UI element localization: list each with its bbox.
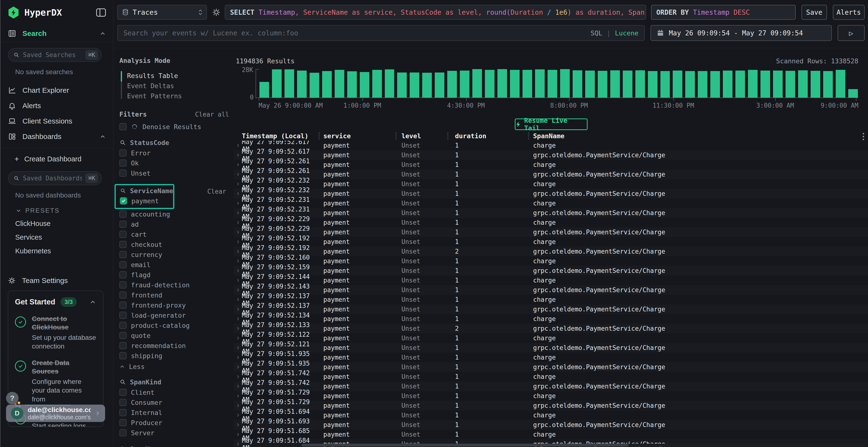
histogram-bar[interactable] — [773, 71, 783, 98]
filter-checkbox[interactable] — [119, 210, 127, 218]
table-row[interactable]: May 27 9:09:51.729 AMpaymentUnset1grpc.o… — [234, 401, 868, 410]
denoise-checkbox[interactable] — [119, 123, 127, 130]
date-range-picker[interactable]: May 26 09:09:54 - May 27 09:09:54 — [651, 25, 832, 41]
row-expand-chevron-icon[interactable] — [234, 355, 242, 359]
histogram-bar[interactable] — [598, 71, 607, 98]
events-histogram[interactable]: 28K 0 — [255, 69, 858, 98]
histogram-bar[interactable] — [648, 71, 657, 98]
row-expand-chevron-icon[interactable] — [234, 346, 242, 350]
create-dashboard-button[interactable]: + Create Dashboard — [0, 148, 113, 170]
filter-checkbox[interactable] — [119, 251, 127, 258]
column-header-service[interactable]: service — [318, 132, 394, 140]
row-expand-chevron-icon[interactable] — [234, 307, 242, 311]
sidebar-item-client-sessions[interactable]: Client Sessions — [0, 113, 113, 129]
histogram-bar[interactable] — [585, 71, 595, 98]
row-expand-chevron-icon[interactable] — [234, 163, 242, 167]
table-row[interactable]: May 27 9:09:52.137 AMpaymentUnset1charge — [234, 295, 868, 304]
filter-option-payment[interactable]: payment — [120, 196, 173, 206]
histogram-bar[interactable] — [673, 71, 682, 98]
histogram-bar[interactable] — [472, 69, 482, 98]
row-expand-chevron-icon[interactable] — [234, 336, 242, 340]
row-expand-chevron-icon[interactable] — [234, 211, 242, 215]
sidebar-collapse-icon[interactable] — [96, 8, 106, 16]
hyperdx-logo-icon[interactable] — [8, 6, 19, 19]
filter-option-fraud-detection[interactable]: fraud-detection — [119, 280, 229, 290]
filter-option-Unset[interactable]: Unset — [119, 168, 229, 178]
row-expand-chevron-icon[interactable] — [234, 153, 242, 157]
row-expand-chevron-icon[interactable] — [234, 278, 242, 282]
table-row[interactable]: May 27 9:09:52.232 AMpaymentUnset1grpc.o… — [234, 189, 868, 199]
filter-checkbox[interactable] — [119, 409, 127, 416]
mode-event-deltas[interactable]: Event Deltas — [127, 81, 229, 91]
row-expand-chevron-icon[interactable] — [234, 288, 242, 292]
filter-option-Consumer[interactable]: Consumer — [119, 398, 229, 408]
row-expand-chevron-icon[interactable] — [234, 384, 242, 388]
histogram-bar[interactable] — [660, 71, 670, 98]
presets-toggle[interactable]: PRESETS — [0, 202, 113, 217]
show-less-toggle[interactable]: Less — [119, 361, 229, 372]
filter-option-Internal[interactable]: Internal — [119, 408, 229, 418]
table-row[interactable]: May 27 9:09:52.122 AMpaymentUnset1charge — [234, 333, 868, 343]
search-icon[interactable] — [119, 379, 126, 385]
histogram-bar[interactable] — [748, 70, 757, 98]
histogram-bar[interactable] — [635, 70, 645, 98]
histogram-bar[interactable] — [410, 72, 419, 98]
column-header-spanname[interactable]: SpanName — [527, 132, 868, 140]
filter-option-quote[interactable]: quote — [119, 331, 229, 341]
row-expand-chevron-icon[interactable] — [234, 365, 242, 369]
get-started-step[interactable]: Connect to ClickHouse Set up your databa… — [15, 314, 96, 351]
query-language-toggle[interactable]: SQL | Lucene — [590, 29, 639, 37]
histogram-bar[interactable] — [322, 71, 332, 98]
preset-kubernetes[interactable]: Kubernetes — [0, 244, 113, 258]
row-expand-chevron-icon[interactable] — [234, 230, 242, 234]
row-expand-chevron-icon[interactable] — [234, 326, 242, 331]
horizontal-scrollbar[interactable] — [301, 444, 866, 447]
filter-checkbox[interactable] — [119, 170, 127, 177]
column-resize-handle[interactable] — [447, 132, 448, 139]
table-row[interactable]: May 27 9:09:52.137 AMpaymentUnset1grpc.o… — [234, 304, 868, 314]
histogram-bar[interactable] — [836, 70, 845, 98]
filter-checkbox[interactable] — [119, 241, 127, 248]
histogram-bar[interactable] — [447, 71, 457, 98]
row-expand-chevron-icon[interactable] — [234, 403, 242, 408]
histogram-bar[interactable] — [372, 70, 382, 98]
saved-dashboards-field[interactable] — [23, 175, 82, 182]
row-expand-chevron-icon[interactable] — [234, 269, 242, 273]
table-row[interactable]: May 27 9:09:52.231 AMpaymentUnset1grpc.o… — [234, 208, 868, 218]
table-row[interactable]: May 27 9:09:52.159 AMpaymentUnset1grpc.o… — [234, 266, 868, 276]
table-row[interactable]: May 27 9:09:52.617 AMpaymentUnset1charge — [234, 141, 868, 150]
table-row[interactable]: May 27 9:09:52.231 AMpaymentUnset1charge — [234, 199, 868, 208]
histogram-bar[interactable] — [347, 71, 357, 98]
filter-option-Ok[interactable]: Ok — [119, 158, 229, 168]
filter-checkbox[interactable] — [119, 281, 127, 288]
histogram-bar[interactable] — [811, 71, 820, 98]
histogram-bar[interactable] — [535, 69, 545, 98]
table-row[interactable]: May 27 9:09:51.693 AMpaymentUnset1grpc.o… — [234, 420, 868, 429]
table-row[interactable]: May 27 9:09:52.143 AMpaymentUnset1grpc.o… — [234, 285, 868, 295]
saved-searches-input[interactable]: ⌘K — [8, 48, 102, 62]
alerts-button[interactable]: Alerts — [833, 5, 865, 20]
row-expand-chevron-icon[interactable] — [234, 432, 242, 437]
filter-option-checkout[interactable]: checkout — [119, 239, 229, 249]
table-row[interactable]: May 27 9:09:52.229 AMpaymentUnset1charge — [234, 218, 868, 227]
filter-checkbox[interactable] — [119, 220, 127, 228]
histogram-bar[interactable] — [335, 70, 344, 98]
table-row[interactable]: May 27 9:09:52.121 AMpaymentUnset1grpc.o… — [234, 343, 868, 353]
clear-servicename-link[interactable]: Clear — [207, 188, 226, 195]
filter-checkbox[interactable] — [119, 332, 127, 339]
table-row[interactable]: May 27 9:09:52.192 AMpaymentUnset1charge — [234, 237, 868, 247]
filter-checkbox[interactable] — [119, 352, 127, 359]
histogram-bar[interactable] — [610, 70, 620, 98]
histogram-bar[interactable] — [685, 71, 695, 98]
histogram-bar[interactable] — [422, 73, 432, 98]
histogram-bar[interactable] — [485, 70, 495, 98]
row-expand-chevron-icon[interactable] — [234, 413, 242, 417]
row-expand-chevron-icon[interactable] — [234, 143, 242, 148]
filter-option-Server[interactable]: Server — [119, 428, 229, 438]
get-started-step[interactable]: Create Data Sources Configure where your… — [15, 358, 96, 404]
filter-option-recommendation[interactable]: recommendation — [119, 341, 229, 351]
filter-option-Producer[interactable]: Producer — [119, 418, 229, 428]
table-row[interactable]: May 27 9:09:52.160 AMpaymentUnset1charge — [234, 256, 868, 266]
histogram-bar[interactable] — [735, 71, 745, 98]
saved-dashboards-input[interactable]: ⌘K — [8, 171, 102, 185]
